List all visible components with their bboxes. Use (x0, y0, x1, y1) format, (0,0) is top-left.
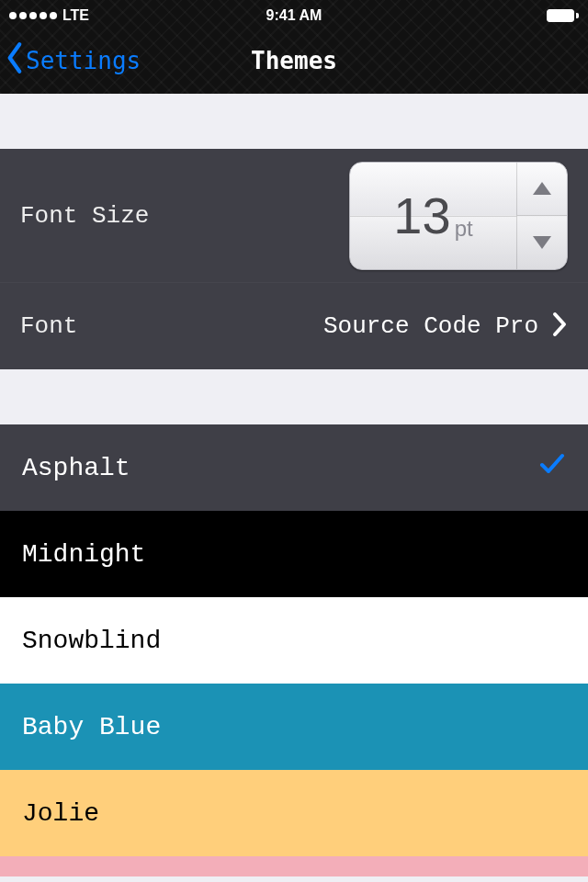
theme-name: Snowblind (22, 627, 161, 655)
triangle-up-icon (533, 182, 551, 195)
font-value-wrap: Source Code Pro (323, 311, 568, 342)
stepper-down-button[interactable] (517, 215, 567, 269)
font-label: Font (20, 312, 77, 340)
theme-name: Asphalt (22, 454, 130, 482)
font-size-label: Font Size (20, 202, 149, 230)
theme-row-asphalt[interactable]: Asphalt (0, 424, 588, 511)
font-value: Source Code Pro (323, 312, 538, 340)
clock-label: 9:41 AM (9, 7, 579, 24)
section-gap (0, 94, 588, 149)
back-label: Settings (26, 47, 141, 74)
theme-row-peek[interactable] (0, 856, 588, 876)
font-size-display: 13 pt (350, 163, 516, 269)
stepper-up-button[interactable] (517, 163, 567, 216)
theme-name: Jolie (22, 799, 99, 828)
font-size-unit: pt (455, 216, 473, 242)
triangle-down-icon (533, 236, 551, 249)
font-size-row: Font Size 13 pt (0, 149, 588, 282)
stepper-arrows (516, 163, 567, 269)
theme-row-jolie[interactable]: Jolie (0, 770, 588, 856)
status-bar: LTE 9:41 AM (0, 0, 588, 28)
header: LTE 9:41 AM Settings Themes (0, 0, 588, 94)
theme-name: Midnight (22, 540, 145, 569)
font-size-stepper[interactable]: 13 pt (349, 162, 568, 270)
font-row[interactable]: Font Source Code Pro (0, 282, 588, 369)
font-size-value: 13 (393, 186, 450, 245)
chevron-left-icon (6, 41, 26, 80)
back-button[interactable]: Settings (0, 41, 141, 80)
chevron-right-icon (551, 311, 568, 342)
font-settings-group: Font Size 13 pt Font Source (0, 149, 588, 369)
battery-icon (547, 9, 579, 22)
theme-row-snowblind[interactable]: Snowblind (0, 597, 588, 684)
screen: LTE 9:41 AM Settings Themes Font Size (0, 0, 588, 882)
section-gap (0, 369, 588, 424)
nav-bar: Settings Themes (0, 28, 588, 94)
theme-list: Asphalt Midnight Snowblind Baby Blue Jol… (0, 424, 588, 876)
theme-name: Baby Blue (22, 713, 161, 741)
theme-row-babyblue[interactable]: Baby Blue (0, 684, 588, 770)
checkmark-icon (538, 450, 566, 485)
theme-row-midnight[interactable]: Midnight (0, 511, 588, 597)
